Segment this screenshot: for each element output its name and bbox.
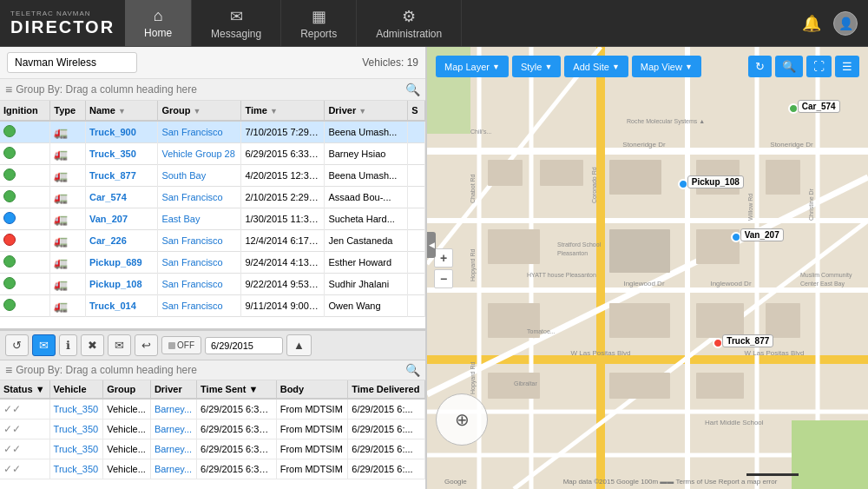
- cell-time: 9/11/2014 9:00:00 AM: [241, 295, 325, 317]
- svg-rect-22: [696, 160, 740, 195]
- add-site-btn[interactable]: Add Site ▼: [564, 56, 628, 77]
- msg-cell-body: From MDTSIM: [276, 399, 348, 420]
- cell-s: [408, 252, 425, 274]
- table-row[interactable]: 🚛 Car_226 San Francisco 12/4/2014 6:17:0…: [0, 230, 425, 252]
- cell-s: [408, 143, 425, 165]
- msg-cell-group: Vehicle...: [103, 439, 151, 459]
- cell-ignition: [0, 208, 50, 230]
- date-input[interactable]: [205, 337, 283, 354]
- off-toggle-btn[interactable]: OFF: [161, 336, 201, 354]
- collapse-handle[interactable]: ◀: [427, 232, 436, 258]
- list-item[interactable]: ✓✓ Truck_350 Vehicle... Barney... 6/29/2…: [0, 399, 425, 420]
- svg-text:Center East Bay: Center East Bay: [800, 281, 845, 287]
- map-search-btn[interactable]: 🔍: [775, 56, 803, 77]
- table-row[interactable]: 🚛 Truck_900 San Francisco 7/10/2015 7:29…: [0, 121, 425, 143]
- msg-cell-driver: Barney...: [150, 459, 196, 479]
- cell-ignition: [0, 230, 50, 252]
- cell-time: 9/22/2014 9:53:15 AM: [241, 274, 325, 295]
- arrow-btn[interactable]: ▲: [286, 334, 312, 356]
- table-row[interactable]: 🚛 Truck_014 San Francisco 9/11/2014 9:00…: [0, 295, 425, 317]
- table-row[interactable]: 🚛 Van_207 East Bay 1/30/2015 11:34:49 ..…: [0, 208, 425, 230]
- vehicle-section: Navman Wireless All Vehicles Vehicles: 1…: [0, 47, 425, 328]
- vehicle-search-icon[interactable]: 🔍: [405, 83, 420, 96]
- zoom-out-btn[interactable]: −: [434, 269, 453, 288]
- table-row[interactable]: 🚛 Truck_350 Vehicle Group 28 6/29/2015 6…: [0, 143, 425, 165]
- map-view-btn[interactable]: Map View ▼: [632, 56, 701, 77]
- msg-cell-status: ✓✓: [0, 399, 49, 420]
- table-row[interactable]: 🚛 Car_574 San Francisco 2/10/2015 2:29:5…: [0, 187, 425, 208]
- msg-cell-driver: Barney...: [150, 420, 196, 439]
- msg-cell-body: From MDTSIM: [276, 420, 348, 439]
- msg-cell-vehicle: Truck_350: [49, 399, 103, 420]
- msg-cell-time-sent: 6/29/2015 6:33:21 ...: [197, 399, 277, 420]
- svg-text:Stoneridge Dr: Stoneridge Dr: [622, 141, 666, 149]
- msg-search-icon[interactable]: 🔍: [405, 363, 420, 377]
- cell-name: Pickup_108: [85, 274, 157, 295]
- table-row[interactable]: 🚛 Truck_877 South Bay 4/20/2015 12:39:26…: [0, 165, 425, 187]
- cell-name: Car_574: [85, 187, 157, 208]
- msg-col-body: Body: [276, 380, 348, 399]
- cell-type: 🚛: [50, 208, 86, 230]
- messages-btn[interactable]: ✉: [32, 334, 56, 356]
- msg-cell-group: Vehicle...: [103, 459, 151, 479]
- map-route-btn[interactable]: ↻: [748, 56, 772, 77]
- svg-text:Hopyard Rd: Hopyard Rd: [470, 362, 477, 394]
- cell-group: Vehicle Group 28: [158, 143, 241, 165]
- svg-rect-27: [766, 303, 800, 338]
- info-btn[interactable]: ℹ: [59, 334, 77, 356]
- group-by-bar: ≡ Group By: Drag a column heading here 🔍: [0, 79, 425, 101]
- msg-cell-group: Vehicle...: [103, 399, 151, 420]
- cell-group: San Francisco: [158, 230, 241, 252]
- vehicle-marker-car574[interactable]: [788, 103, 799, 114]
- map-pan-control[interactable]: ⊕: [436, 393, 488, 446]
- nav-item-administration[interactable]: ⚙ Administration: [357, 0, 462, 46]
- svg-text:Muslim Community: Muslim Community: [800, 272, 852, 279]
- table-row[interactable]: 🚛 Pickup_689 San Francisco 9/24/2014 4:1…: [0, 252, 425, 274]
- map-nav-control: ⊕: [436, 393, 488, 446]
- col-type: Type: [50, 101, 86, 121]
- msg-group-icon: ≡: [5, 363, 12, 377]
- nav-item-home[interactable]: ⌂ Home: [125, 0, 192, 46]
- send-btn[interactable]: ✉: [108, 334, 131, 356]
- vehicle-marker-pickup108[interactable]: [678, 179, 688, 189]
- msg-col-status: Status ▼: [0, 380, 49, 399]
- style-chevron: ▼: [544, 63, 552, 71]
- list-item[interactable]: ✓✓ Truck_350 Vehicle... Barney... 6/29/2…: [0, 439, 425, 459]
- style-btn[interactable]: Style ▼: [512, 56, 561, 77]
- map-layer-btn[interactable]: Map Layer ▼: [436, 56, 509, 77]
- vehicle-selector-row: Navman Wireless All Vehicles Vehicles: 1…: [0, 47, 425, 79]
- bell-icon[interactable]: 🔔: [802, 14, 821, 33]
- cell-driver: Beena Umash...: [325, 121, 408, 143]
- home-icon: ⌂: [154, 7, 163, 25]
- svg-text:Chili's...: Chili's...: [470, 129, 491, 135]
- map-menu-btn[interactable]: ☰: [835, 56, 859, 77]
- history-btn[interactable]: ↺: [5, 334, 29, 356]
- vehicle-marker-truck877[interactable]: [713, 338, 723, 348]
- nav-item-messaging[interactable]: ✉ Messaging: [192, 0, 281, 46]
- msg-toolbar: ↺ ✉ ℹ ✖ ✉ ↩ OFF ▲: [0, 330, 425, 360]
- cell-name: Pickup_689: [85, 252, 157, 274]
- svg-text:Map data ©2015 Google  100m ▬▬: Map data ©2015 Google 100m ▬▬ Terms of U…: [563, 478, 778, 486]
- map-fullscreen-btn[interactable]: ⛶: [806, 56, 832, 77]
- cell-type: 🚛: [50, 230, 86, 252]
- msg-cell-time-delivered: 6/29/2015 6:...: [348, 399, 425, 420]
- nav-item-reports[interactable]: ▦ Reports: [281, 0, 357, 46]
- map-view-chevron: ▼: [685, 63, 693, 71]
- svg-rect-16: [488, 160, 523, 186]
- cell-time: 6/29/2015 6:33:25 PM: [241, 143, 325, 165]
- svg-rect-18: [609, 229, 670, 273]
- close-btn[interactable]: ✖: [81, 334, 104, 356]
- cell-ignition: [0, 274, 50, 295]
- nav-home-label: Home: [144, 27, 172, 39]
- list-item[interactable]: ✓✓ Truck_350 Vehicle... Barney... 6/29/2…: [0, 420, 425, 439]
- user-avatar[interactable]: 👤: [833, 11, 858, 36]
- cell-name: Truck_014: [85, 295, 157, 317]
- vehicle-select[interactable]: Navman Wireless All Vehicles: [7, 52, 137, 73]
- table-row[interactable]: 🚛 Pickup_108 San Francisco 9/22/2014 9:5…: [0, 274, 425, 295]
- zoom-in-btn[interactable]: +: [434, 248, 453, 268]
- vehicle-table: Ignition Type Name ▼ Group ▼ Time ▼ Driv…: [0, 101, 425, 328]
- list-item[interactable]: ✓✓ Truck_350 Vehicle... Barney... 6/29/2…: [0, 459, 425, 479]
- reply-btn[interactable]: ↩: [135, 334, 158, 356]
- vehicle-marker-van207[interactable]: [731, 232, 741, 242]
- cell-time: 1/30/2015 11:34:49 ...: [241, 208, 325, 230]
